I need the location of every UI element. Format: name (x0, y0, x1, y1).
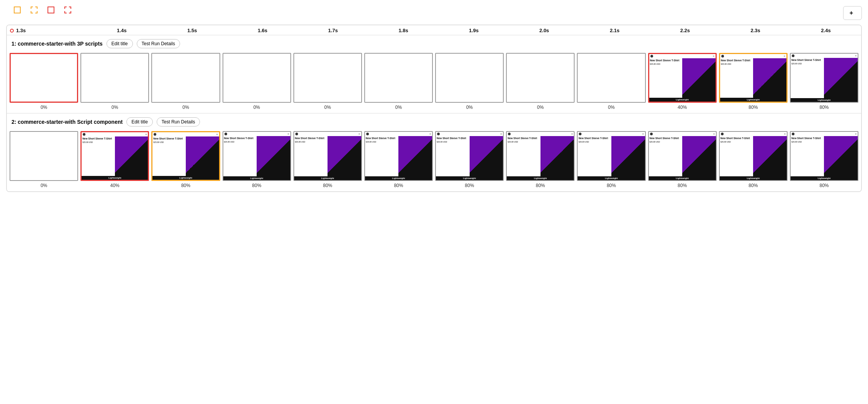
frame-thumbnail[interactable]: ≡ New Short Sleeve T-Shirt $25.99 USD Li… (151, 131, 220, 181)
product-card-header: ≡ (720, 132, 787, 136)
frame-thumbnail[interactable] (364, 53, 433, 103)
legend-item-visual-change (14, 7, 23, 13)
product-card: ≡ New Short Sleeve T-Shirt $25.99 USD Li… (578, 132, 645, 180)
product-text: New Short Sleeve T-Shirt $25.99 USD (152, 136, 185, 176)
frame-cell: ≡ New Short Sleeve T-Shirt $25.99 USD Li… (647, 130, 718, 182)
product-image (470, 136, 503, 176)
test-run-details-button-2[interactable]: Test Run Details (157, 117, 200, 126)
visual-change-layout-icon (31, 7, 38, 13)
test-section-2: 2: commerce-starter-with Script componen… (7, 113, 861, 191)
frame-thumbnail[interactable]: ≡ New Short Sleeve T-Shirt $25.99 USD Li… (648, 131, 717, 181)
timeline-row: 1.3s1.4s1.5s1.6s1.7s1.8s1.9s2.0s2.1s2.2s… (7, 25, 861, 35)
test-header-1: 1: commerce-starter-with 3P scripts Edit… (7, 35, 861, 52)
frame-percent: 80% (505, 183, 576, 188)
product-image-inner (753, 58, 786, 98)
product-image-inner (540, 136, 574, 176)
product-card-body: New Short Sleeve T-Shirt $25.99 USD (436, 136, 503, 176)
product-menu-icon: ≡ (500, 133, 502, 135)
frame-cell (363, 52, 434, 103)
frame-percent: 0% (79, 105, 150, 110)
frame-thumbnail[interactable]: ≡ New Short Sleeve T-Shirt $25.99 USD Li… (719, 131, 788, 181)
frame-cell: ≡ New Short Sleeve T-Shirt $25.99 USD Li… (718, 130, 789, 182)
product-card: ≡ New Short Sleeve T-Shirt $25.99 USD Li… (82, 132, 148, 180)
product-image (824, 136, 858, 176)
frame-thumbnail[interactable]: ≡ New Short Sleeve T-Shirt $25.99 USD Li… (435, 131, 504, 181)
product-name: New Short Sleeve T-Shirt (650, 59, 681, 62)
frame-thumbnail[interactable]: ≡ New Short Sleeve T-Shirt $25.99 USD Li… (293, 131, 362, 181)
product-card-body: New Short Sleeve T-Shirt $25.99 USD (649, 136, 716, 176)
frame-thumbnail[interactable]: ≡ New Short Sleeve T-Shirt $25.99 USD Li… (648, 53, 717, 103)
legend-item-visual-change-layout (31, 7, 40, 13)
product-footer: Lightweight (436, 176, 503, 180)
frame-thumbnail[interactable]: ≡ New Short Sleeve T-Shirt $25.99 USD Li… (223, 131, 291, 181)
frame-percent: 80% (789, 183, 860, 188)
product-card-body: New Short Sleeve T-Shirt $25.99 USD (791, 58, 858, 98)
frame-thumbnail[interactable]: ≡ New Short Sleeve T-Shirt $25.99 USD Li… (80, 131, 149, 181)
edit-title-button-1[interactable]: Edit title (106, 39, 133, 48)
product-price: $25.99 USD (721, 63, 752, 65)
frame-cell (8, 52, 79, 103)
frame-thumbnail[interactable] (80, 53, 149, 103)
frame-thumbnail[interactable]: ≡ New Short Sleeve T-Shirt $25.99 USD Li… (577, 131, 645, 181)
frame-thumbnail[interactable]: ≡ New Short Sleeve T-Shirt $25.99 USD Li… (506, 131, 575, 181)
product-price: $25.99 USD (578, 141, 610, 143)
frame-cell: ≡ New Short Sleeve T-Shirt $25.99 USD Li… (221, 130, 292, 182)
filmstrip-container: 1.3s1.4s1.5s1.6s1.7s1.8s1.9s2.0s2.1s2.2s… (6, 25, 862, 192)
product-image (611, 136, 645, 176)
product-name: New Short Sleeve T-Shirt (791, 59, 823, 62)
frame-thumbnail[interactable]: ≡ New Short Sleeve T-Shirt $25.99 USD Li… (790, 53, 858, 103)
frame-thumbnail[interactable] (293, 53, 362, 103)
timeline-tick: 1.4s (87, 28, 157, 33)
product-icon (792, 133, 794, 135)
frame-thumbnail[interactable]: ≡ New Short Sleeve T-Shirt $25.99 USD Li… (790, 131, 858, 181)
product-card-header: ≡ (152, 132, 219, 136)
product-price: $25.99 USD (224, 141, 255, 143)
product-text: New Short Sleeve T-Shirt $25.99 USD (720, 58, 753, 98)
frame-percent: 0% (363, 105, 434, 110)
frame-cell: ≡ New Short Sleeve T-Shirt $25.99 USD Li… (789, 130, 860, 182)
product-image (682, 58, 716, 98)
frame-percent: 80% (150, 183, 221, 188)
product-image-inner (753, 136, 787, 176)
product-card-body: New Short Sleeve T-Shirt $25.99 USD (82, 136, 148, 176)
product-menu-icon: ≡ (855, 54, 857, 57)
frame-cell: ≡ New Short Sleeve T-Shirt $25.99 USD Li… (150, 130, 221, 182)
frame-thumbnail[interactable] (10, 131, 78, 181)
product-icon (83, 133, 85, 136)
frame-thumbnail[interactable] (435, 53, 504, 103)
frame-cell: ≡ New Short Sleeve T-Shirt $25.99 USD Li… (789, 52, 860, 103)
product-icon (792, 54, 794, 57)
product-text: New Short Sleeve T-Shirt $25.99 USD (791, 58, 824, 98)
frame-thumbnail[interactable] (506, 53, 575, 103)
product-card: ≡ New Short Sleeve T-Shirt $25.99 USD Li… (223, 132, 290, 180)
test-run-details-button-1[interactable]: Test Run Details (137, 39, 180, 48)
product-footer: Lightweight (578, 176, 645, 180)
frame-thumbnail[interactable] (10, 53, 78, 103)
product-price: $25.99 USD (791, 62, 823, 65)
frame-thumbnail[interactable] (223, 53, 291, 103)
frame-thumbnail[interactable] (577, 53, 645, 103)
frame-cell: ≡ New Short Sleeve T-Shirt $25.99 USD Li… (363, 130, 434, 182)
frame-percent: 0% (221, 105, 292, 110)
frame-percent: 40% (647, 105, 718, 110)
test-title-1: 1: commerce-starter-with 3P scripts (11, 41, 103, 47)
edit-title-button-2[interactable]: Edit title (126, 117, 153, 126)
frame-cell (150, 52, 221, 103)
frame-thumbnail[interactable] (151, 53, 220, 103)
product-icon (508, 133, 511, 135)
product-icon (721, 55, 724, 57)
product-name: New Short Sleeve T-Shirt (437, 137, 468, 140)
legend-item-lcp (47, 7, 57, 13)
product-card-header: ≡ (791, 132, 858, 136)
product-image (753, 58, 786, 98)
tests-container: 1: commerce-starter-with 3P scripts Edit… (7, 35, 861, 191)
product-card-header: ≡ (649, 54, 716, 58)
frame-percent: 0% (576, 105, 647, 110)
frame-thumbnail[interactable]: ≡ New Short Sleeve T-Shirt $25.99 USD Li… (719, 53, 788, 103)
product-footer: Lightweight (507, 176, 574, 180)
product-footer: Lightweight (720, 176, 787, 180)
adjust-filmstrip-settings-button[interactable]: + (843, 6, 862, 20)
frame-thumbnail[interactable]: ≡ New Short Sleeve T-Shirt $25.99 USD Li… (364, 131, 433, 181)
product-icon (650, 133, 653, 135)
product-text: New Short Sleeve T-Shirt $25.99 USD (507, 136, 540, 176)
